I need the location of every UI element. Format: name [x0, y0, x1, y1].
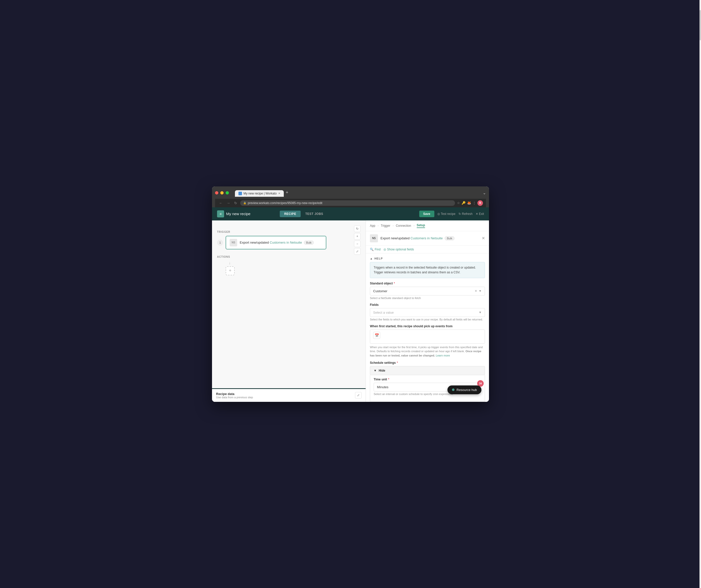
chevron-down-icon: ▼ [479, 289, 482, 293]
plus-icon: + [229, 268, 232, 273]
add-step-btn[interactable]: + [226, 266, 235, 275]
panel-search-bar: 🔍 Find ◎ Show optional fields [366, 246, 489, 253]
url-text: preview.workato.com/recipes/95085-my-new… [248, 201, 322, 205]
extension-icon[interactable]: 🦊 [467, 201, 471, 205]
recipe-data-panel[interactable]: Recipe data Use data from a previous ste… [212, 388, 366, 402]
address-bar[interactable]: 🔒 preview.workato.com/recipes/95085-my-n… [240, 200, 455, 206]
schedule-settings-label-text: Schedule settings [370, 361, 396, 365]
fields-label: Fields [370, 303, 485, 307]
recipe-canvas: ↻ + − ⤢ TRIGGER 1 NS Export new/updated … [212, 220, 366, 402]
tab-test-jobs[interactable]: TEST JOBS [301, 211, 327, 217]
tab-close-btn[interactable]: ✕ [278, 192, 280, 195]
search-icon: 🔍 [370, 248, 374, 251]
browser-tabs: My new recipe | Workato ✕ + [235, 189, 290, 197]
exit-label: Exit [479, 212, 484, 216]
lock-icon: 🔒 [243, 202, 246, 204]
back-btn[interactable]: ← [218, 201, 224, 206]
breadcrumb-connection[interactable]: Connection [396, 224, 411, 227]
recipe-data-expand-btn[interactable]: ⤢ [355, 392, 362, 399]
show-optional-fields-link[interactable]: ◎ Show optional fields [384, 248, 414, 251]
schedule-toggle[interactable]: ▼ Hide [370, 366, 485, 375]
help-header[interactable]: ▲ HELP [370, 257, 485, 260]
when-started-input[interactable]: 📅 [370, 330, 485, 344]
minimize-window-btn[interactable] [220, 191, 224, 194]
refresh-label: Refresh [462, 212, 473, 216]
tab-recipe[interactable]: RECIPE [280, 211, 301, 217]
breadcrumb-app[interactable]: App [370, 224, 375, 227]
panel-bulk-badge: Bulk [445, 236, 455, 240]
recipe-title: My new recipe [226, 212, 251, 216]
canvas-controls: ↻ + − ⤢ [354, 225, 361, 255]
fields-select[interactable]: Select a value ▼ [370, 308, 485, 317]
canvas-zoom-out-btn[interactable]: − [354, 241, 361, 247]
canvas-zoom-in-btn[interactable]: + [354, 233, 361, 240]
refresh-icon: ↻ [459, 212, 461, 216]
test-recipe-btn[interactable]: ◎ Test recipe [437, 212, 456, 216]
standard-object-label: Standard object * [370, 282, 485, 285]
step-connector: in Netsuite [286, 241, 302, 244]
trigger-step-card[interactable]: NS Export new/updated Customers in Netsu… [226, 236, 326, 249]
find-link[interactable]: 🔍 Find [370, 248, 381, 251]
optional-dot-icon: ◎ [384, 248, 386, 251]
clear-icon[interactable]: ✕ [475, 289, 477, 293]
panel-title-highlight: Customers in Netsuite [411, 236, 443, 240]
fields-select-actions: ▼ [479, 311, 482, 314]
close-window-btn[interactable] [215, 191, 218, 194]
panel-title-prefix: Export new/updated [381, 236, 410, 240]
calendar-icon: 📅 [373, 332, 380, 339]
recipe-data-content: Recipe data Use data from a previous ste… [216, 392, 253, 399]
select-actions: ✕ ▼ [475, 289, 482, 293]
schedule-chevron-down-icon: ▼ [374, 369, 377, 372]
refresh-btn[interactable]: ↻ Refresh [459, 212, 473, 216]
resource-hub-dot-icon [452, 388, 455, 391]
breadcrumb-trigger[interactable]: Trigger [381, 224, 390, 227]
maximize-window-btn[interactable] [226, 191, 229, 194]
step-description: Export new/updated Customers in Netsuite… [240, 241, 314, 244]
logo-symbol: ≡ [220, 212, 222, 216]
learn-more-link[interactable]: Learn more [436, 354, 450, 357]
test-recipe-label: Test recipe [441, 212, 456, 216]
bookmark-icon[interactable]: ☆ [457, 201, 460, 205]
save-button[interactable]: Save [419, 211, 434, 217]
schedule-settings-label: Schedule settings * [370, 361, 485, 365]
when-started-label-text: When first started, this recipe should p… [370, 325, 452, 328]
logo-icon: ≡ [217, 210, 224, 217]
required-star-3: * [388, 378, 389, 381]
browser-chevron-btn[interactable]: ⌄ [483, 190, 486, 195]
breadcrumb-arrow-2: → [392, 224, 394, 227]
canvas-expand-btn[interactable]: ⤢ [354, 248, 361, 255]
step-prefix: Export new/updated [240, 241, 269, 244]
panel-close-btn[interactable]: ✕ [482, 236, 485, 241]
when-started-label: When first started, this recipe should p… [370, 325, 485, 328]
password-manager-icon[interactable]: 🔑 [462, 201, 466, 205]
schedule-toggle-label: Hide [379, 369, 385, 372]
when-started-hint: When you start recipe for the first time… [370, 345, 485, 358]
standard-object-select[interactable]: Customer ✕ ▼ [370, 287, 485, 296]
test-icon: ◎ [437, 212, 440, 216]
resource-hub-btn[interactable]: Resource hub [447, 385, 481, 394]
fields-hint: Select the fields to which you want to u… [370, 318, 485, 321]
required-star-1: * [394, 282, 395, 285]
forward-btn[interactable]: → [226, 201, 231, 206]
breadcrumb-setup[interactable]: Setup [417, 223, 425, 228]
canvas-refresh-btn[interactable]: ↻ [354, 225, 361, 232]
breadcrumb-arrow-3: → [413, 224, 415, 227]
fields-placeholder: Select a value [373, 311, 394, 315]
optional-fields-label: Show optional fields [387, 248, 414, 251]
reload-btn[interactable]: ↻ [233, 201, 238, 206]
flow-arrow: ↓ [229, 261, 361, 265]
time-unit-label: Time unit * [374, 378, 481, 381]
more-icon[interactable]: ⋮ [473, 201, 476, 205]
exit-btn[interactable]: ✕ Exit [476, 212, 484, 216]
help-content: Triggers when a record in the selected N… [370, 262, 485, 278]
browser-addressbar: ← → ↻ 🔒 preview.workato.com/recipes/9508… [215, 199, 486, 207]
new-tab-btn[interactable]: + [284, 189, 290, 196]
active-tab[interactable]: My new recipe | Workato ✕ [235, 190, 284, 197]
profile-btn[interactable]: B [477, 200, 483, 206]
find-label: Find [375, 248, 381, 251]
help-label: HELP [375, 257, 383, 260]
fields-label-text: Fields [370, 303, 379, 307]
standard-object-value: Customer [373, 289, 387, 293]
app-logo: ≡ My new recipe [217, 210, 251, 217]
right-panel: App → Trigger → Connection → Setup NS Ex… [366, 220, 489, 402]
